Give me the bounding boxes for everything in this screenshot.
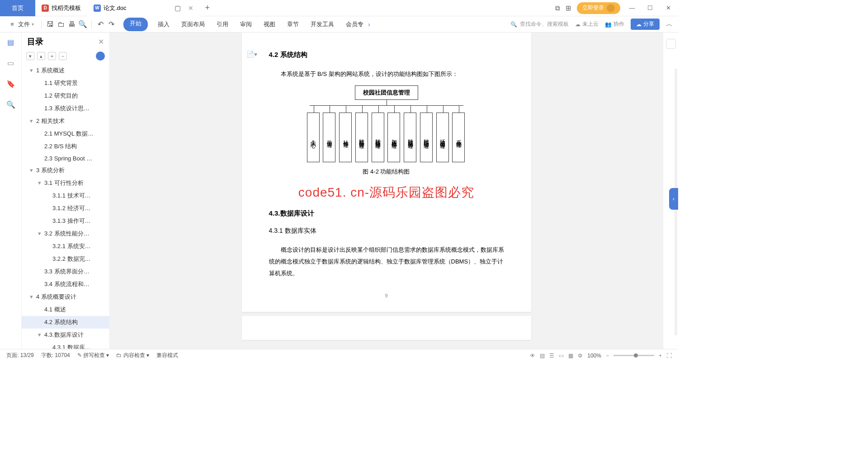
chevron-down-icon[interactable]: ︿ [666, 20, 673, 28]
zoom-in-button[interactable]: + [659, 353, 662, 359]
collab-button[interactable]: 👥协作 [605, 20, 624, 28]
close-button[interactable]: ✕ [662, 2, 675, 14]
view-web-icon[interactable]: ▭ [559, 353, 564, 359]
outline-item[interactable]: 3.1.1 技术可… [22, 189, 109, 202]
outline-item[interactable]: 4.1 概述 [22, 303, 109, 316]
maximize-button[interactable]: ☐ [644, 2, 656, 14]
menu-tab-3[interactable]: 引用 [215, 18, 230, 31]
search-icon[interactable]: 🔍 [6, 99, 16, 109]
undo-icon[interactable]: ↶ [96, 20, 104, 28]
outline-item[interactable]: ▾3.2 系统性能分… [22, 227, 109, 240]
diagram-leaf: 社团活动管理 [420, 113, 434, 162]
tab-document[interactable]: W 论文.doc ▢ ✕ [87, 0, 200, 16]
db-paragraph: 概念设计的目标是设计出反映某个组织部门信息需求的数据库系统概念模式，数据库系统的… [269, 244, 504, 279]
outline-item[interactable]: 1.3 系统设计思… [22, 102, 109, 115]
menu-tab-6[interactable]: 章节 [285, 18, 301, 31]
page-indicator[interactable]: 页面: 13/29 [6, 352, 34, 359]
outline-item[interactable]: 1.2 研究目的 [22, 89, 109, 102]
outline-item[interactable]: 3.3 系统界面分… [22, 265, 109, 278]
outline-item[interactable]: ▾4 系统概要设计 [22, 291, 109, 303]
view-page-icon[interactable]: ▤ [540, 353, 545, 359]
outline-item[interactable]: 2.2 B/S 结构 [22, 140, 109, 153]
remove-button[interactable]: − [59, 52, 67, 60]
apps-icon[interactable]: ⊞ [566, 4, 571, 12]
zoom-out-button[interactable]: − [606, 353, 609, 359]
reader-icon[interactable]: ⧉ [555, 4, 560, 12]
outline-item[interactable]: 3.1.2 经济可… [22, 202, 109, 215]
outline-item[interactable]: 4.3.1 数据库… [22, 341, 109, 349]
tab-label: 论文.doc [104, 4, 127, 12]
command-search[interactable]: 🔍 查找命令、搜索模板 [510, 20, 569, 28]
avatar-icon [607, 4, 615, 12]
outline-item[interactable]: 3.2.2 数据完… [22, 253, 109, 265]
add-button[interactable]: + [48, 52, 56, 60]
outline-item[interactable]: 1.1 研究背景 [22, 77, 109, 89]
view-read-icon[interactable]: ▦ [568, 353, 573, 359]
outline-item[interactable]: ▾3 系统分析 [22, 164, 109, 177]
print-icon[interactable]: 🖶 [68, 20, 76, 28]
collapse-all-button[interactable]: ▾ [26, 52, 34, 60]
word-count[interactable]: 字数: 10704 [41, 352, 70, 359]
outline-item[interactable]: ▾1 系统概述 [22, 64, 109, 77]
menu-tab-4[interactable]: 审阅 [238, 18, 254, 31]
preview-icon[interactable]: 🔍 [79, 20, 87, 28]
bookmark-icon[interactable]: 🔖 [6, 79, 16, 89]
login-label: 立即登录 [582, 4, 604, 12]
side-handle[interactable]: ‹ [669, 188, 678, 210]
menu-tab-8[interactable]: 会员专 [344, 18, 365, 31]
tab-template[interactable]: D 找稻壳模板 [35, 0, 87, 16]
outline-title: 目录 [27, 36, 43, 47]
menu-tab-5[interactable]: 视图 [262, 18, 277, 31]
content-check-button[interactable]: 🗀 内容检查 ▾ [116, 352, 149, 359]
share-button[interactable]: ☁分享 [631, 19, 660, 30]
page-options-icon[interactable]: 📄▾ [246, 51, 257, 58]
diagram-root: 校园社团信息管理 [355, 85, 418, 100]
eye-icon[interactable]: 👁 [530, 353, 535, 359]
outline-item[interactable]: 3.4 系统流程和… [22, 278, 109, 291]
menu-button[interactable]: ≡文件▾ [5, 19, 37, 30]
save-icon[interactable]: 🖫 [46, 20, 54, 28]
view-outline-icon[interactable]: ☰ [549, 353, 554, 359]
cloud-status[interactable]: ☁未上云 [575, 20, 599, 28]
save-as-icon[interactable]: 🗀 [57, 20, 65, 28]
more-menu-icon[interactable]: › [368, 21, 370, 28]
close-icon[interactable]: ✕ [188, 5, 193, 12]
menu-tab-7[interactable]: 开发工具 [309, 18, 336, 31]
layers-icon[interactable]: ▭ [6, 58, 16, 68]
menu-tab-0[interactable]: 开始 [123, 18, 148, 31]
menu-tab-2[interactable]: 页面布局 [179, 18, 207, 31]
redo-icon[interactable]: ↷ [107, 20, 115, 28]
outline-item[interactable]: 2.3 Spring Boot … [22, 153, 109, 164]
outline-item[interactable]: ▾3.1 可行性分析 [22, 177, 109, 189]
add-tab-button[interactable]: + [200, 3, 216, 13]
outline-icon[interactable]: ▤ [6, 37, 16, 47]
outline-item[interactable]: 2.1 MYSQL 数据… [22, 127, 109, 140]
minimize-button[interactable]: — [626, 2, 638, 14]
close-icon[interactable]: ✕ [98, 38, 104, 46]
expand-all-button[interactable]: ▴ [37, 52, 45, 60]
document-canvas[interactable]: 📄▾ 4.2 系统结构 本系统是基于 B/S 架构的网站系统，设计的功能结构图如… [110, 33, 663, 349]
spellcheck-button[interactable]: ✎ 拼写检查 ▾ [77, 352, 109, 359]
outline-item[interactable]: 3.2.1 系统安… [22, 240, 109, 253]
watermark-overlay: code51. cn-源码乐园盗图必究 [269, 184, 504, 201]
zoom-slider[interactable] [613, 355, 654, 356]
settings-icon[interactable]: ⚙ [578, 353, 583, 359]
panel-toggle-button[interactable] [666, 39, 676, 49]
outline-item[interactable]: ▾4.3.数据库设计 [22, 329, 109, 341]
compat-mode[interactable]: 兼容模式 [156, 352, 178, 359]
heading-4-3-1: 4.3.1 数据库实体 [269, 227, 504, 235]
tab-home[interactable]: 首页 [0, 0, 35, 16]
login-button[interactable]: 立即登录 [577, 2, 620, 14]
diagram-leaf: 社团信息管理 [372, 113, 385, 162]
outline-item[interactable]: 3.1.3 操作可… [22, 215, 109, 227]
diagram-leaf: 社团成员管理 [404, 113, 417, 162]
fullscreen-icon[interactable]: ⛶ [666, 353, 672, 359]
popout-icon[interactable]: ▢ [175, 4, 181, 12]
menu-tab-1[interactable]: 插入 [156, 18, 171, 31]
tab-label: 找稻壳模板 [52, 4, 81, 12]
outline-tree: ▾1 系统概述1.1 研究背景1.2 研究目的1.3 系统设计思…▾2 相关技术… [22, 64, 109, 349]
zoom-label[interactable]: 100% [587, 353, 601, 359]
outline-item[interactable]: ▾2 相关技术 [22, 115, 109, 127]
outline-item[interactable]: 4.2 系统结构 [22, 316, 109, 329]
sync-icon[interactable] [96, 52, 105, 61]
